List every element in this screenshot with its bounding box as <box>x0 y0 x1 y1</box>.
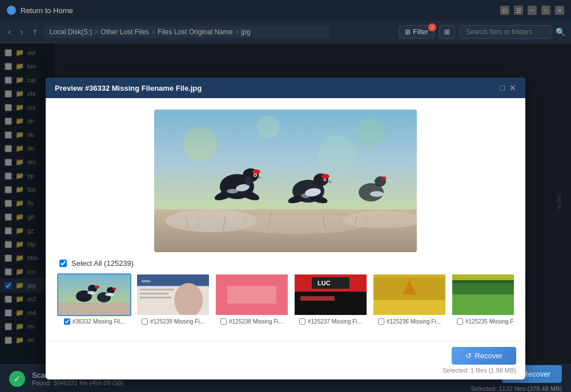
thumbnail-label: #125238 Missing Fi... <box>220 318 283 325</box>
svg-rect-71 <box>452 294 514 315</box>
thumbnail-label: #125235 Missing Fi... <box>457 318 514 325</box>
app-icon <box>7 6 16 15</box>
nav-right: ⊞ Filter ! ⊞ 🔍 <box>399 25 565 39</box>
thumbnail-image[interactable] <box>57 273 131 316</box>
svg-rect-54 <box>140 289 174 290</box>
thumbnail-item[interactable]: #125236 Missing Fi... <box>372 273 447 325</box>
thumbnail-label: #125237 Missing Fi... <box>299 318 362 325</box>
select-all-label: Select All (125239) <box>71 259 134 268</box>
svg-rect-55 <box>140 293 168 294</box>
filter-label: Filter <box>413 28 428 36</box>
svg-point-43 <box>95 286 99 289</box>
thumbnail-checkbox[interactable] <box>220 318 227 325</box>
svg-point-24 <box>255 175 256 176</box>
svg-point-48 <box>105 293 114 296</box>
title-bar-controls: ⊡ ☰ ─ □ ✕ <box>500 6 564 15</box>
thumbnail-item[interactable]: #125238 Missing Fi... <box>215 273 289 325</box>
breadcrumb-disk[interactable]: Local Disk(S:) <box>50 28 93 36</box>
modal-header: Preview #36332 Missing Filename File.jpg… <box>46 78 525 98</box>
thumbnail-filename: #36332 Missing Fil... <box>73 318 125 325</box>
svg-point-34 <box>324 179 325 180</box>
title-bar: Return to Home ⊡ ☰ ─ □ ✕ <box>0 0 571 21</box>
main-selected-info: Selected: 1132 files (379.48 MB) <box>471 385 562 392</box>
back-button[interactable]: ‹ <box>6 25 13 39</box>
svg-point-22 <box>252 169 260 174</box>
search-input[interactable] <box>460 25 551 39</box>
thumbnail-image[interactable]: www. <box>136 273 210 316</box>
select-all-row: Select All (125239) <box>57 259 514 268</box>
minimize-button[interactable]: ─ <box>528 6 537 15</box>
search-icon[interactable]: 🔍 <box>556 27 565 37</box>
thumbnail-image[interactable] <box>372 273 447 316</box>
main-area: 📁avi📁bm📁cat📁chr📁cur📁dn📁do📁do📁em📁ep📁fcp📁f… <box>0 43 571 365</box>
svg-rect-73 <box>452 280 514 283</box>
thumbnail-image[interactable] <box>215 273 289 316</box>
svg-point-32 <box>321 174 329 179</box>
thumbnail-image[interactable]: LUC <box>293 273 368 316</box>
modal-body: Select All (125239) #36332 Missing Fil..… <box>46 98 525 341</box>
breadcrumb-other-lost[interactable]: Other Lost Files <box>100 28 149 36</box>
recover-icon: ↺ <box>465 351 472 360</box>
svg-point-20 <box>227 189 238 193</box>
modal-controls: □ ✕ <box>500 83 516 92</box>
svg-point-38 <box>381 176 387 180</box>
up-button[interactable]: ↑ <box>30 25 39 39</box>
svg-rect-65 <box>300 296 335 301</box>
preview-image <box>154 110 417 252</box>
svg-rect-59 <box>227 286 276 304</box>
preview-modal: Preview #36332 Missing Filename File.jpg… <box>46 78 525 379</box>
svg-point-3 <box>257 115 280 138</box>
filter-icon: ⊞ <box>405 28 411 36</box>
filter-badge: ! <box>428 23 436 31</box>
restore-button[interactable]: ⊡ <box>500 6 509 15</box>
svg-rect-67 <box>373 300 445 315</box>
menu-button[interactable]: ☰ <box>514 6 523 15</box>
maximize-button[interactable]: □ <box>541 6 550 15</box>
svg-rect-56 <box>140 297 171 298</box>
thumbnail-checkbox[interactable] <box>378 318 384 325</box>
app-title: Return to Home <box>21 6 73 15</box>
breadcrumb: Local Disk(S:) > Other Lost Files > File… <box>44 26 329 38</box>
filter-button[interactable]: ⊞ Filter ! <box>399 25 435 39</box>
modal-selected-info: Selected: 1 files (1.98 MB) <box>443 367 516 374</box>
thumbnail-item[interactable]: #125235 Missing Fi... <box>451 273 514 325</box>
close-button[interactable]: ✕ <box>555 6 564 15</box>
modal-recover-button[interactable]: ↺ Recover <box>452 347 516 365</box>
thumbnail-label: #125236 Missing Fi... <box>378 318 441 325</box>
found-text: Found: 3046331 file (456.09 GB) <box>32 379 123 386</box>
thumbnail-filename: #125238 Missing Fi... <box>229 318 283 325</box>
thumbnail-item[interactable]: LUC#125237 Missing Fi... <box>293 273 368 325</box>
thumbnail-filename: #125237 Missing Fi... <box>308 318 362 325</box>
thumbnail-label: #125239 Missing Fi... <box>142 318 204 325</box>
forward-button[interactable]: › <box>18 25 25 39</box>
scan-complete-icon: ✓ <box>9 371 25 387</box>
thumbnail-checkbox[interactable] <box>64 318 70 325</box>
thumbnail-checkbox[interactable] <box>299 318 305 325</box>
nav-bar: ‹ › ↑ Local Disk(S:) > Other Lost Files … <box>0 21 571 43</box>
thumbnail-filename: #125236 Missing Fi... <box>387 318 441 325</box>
svg-rect-69 <box>373 274 445 278</box>
svg-point-4 <box>317 135 357 175</box>
thumbnail-item[interactable]: www.#125239 Missing Fi... <box>136 273 210 325</box>
modal-title: Preview #36332 Missing Filename File.jpg <box>55 84 202 92</box>
svg-text:LUC: LUC <box>317 280 331 286</box>
svg-point-30 <box>301 193 310 198</box>
thumbnail-image[interactable] <box>451 273 514 316</box>
breadcrumb-files-lost[interactable]: Files Lost Original Name <box>158 28 232 36</box>
title-bar-left: Return to Home <box>7 6 73 15</box>
thumbnail-strip: #36332 Missing Fil...www.#125239 Missing… <box>57 273 514 325</box>
thumbnail-item[interactable]: #36332 Missing Fil... <box>57 273 131 325</box>
breadcrumb-jpg[interactable]: jpg <box>241 28 250 36</box>
thumbnail-checkbox[interactable] <box>142 318 148 325</box>
thumbnail-filename: #125235 Missing Fi... <box>465 318 514 325</box>
thumbnail-checkbox[interactable] <box>457 318 463 325</box>
view-toggle-button[interactable]: ⊞ <box>439 25 455 39</box>
select-all-checkbox[interactable] <box>59 260 67 267</box>
modal-close-button[interactable]: ✕ <box>509 83 516 92</box>
svg-rect-64 <box>295 293 367 315</box>
modal-maximize-button[interactable]: □ <box>500 83 505 92</box>
svg-point-2 <box>357 118 385 147</box>
svg-rect-72 <box>452 274 514 280</box>
svg-point-1 <box>183 127 217 161</box>
thumbnail-filename: #125239 Missing Fi... <box>150 318 204 325</box>
